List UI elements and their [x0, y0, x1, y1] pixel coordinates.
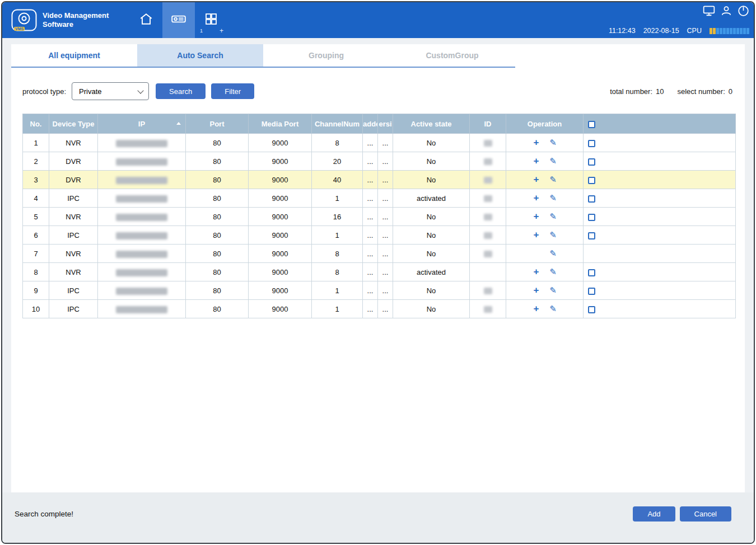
cell-operation: +✎	[506, 300, 584, 318]
ip-blurred-value	[116, 158, 167, 166]
row-checkbox[interactable]	[588, 269, 595, 276]
edit-device-icon[interactable]: ✎	[545, 156, 562, 166]
tab-grouping[interactable]: Grouping	[263, 44, 389, 68]
col-header-id: ID	[470, 114, 506, 134]
cell-ip	[98, 171, 186, 189]
cell-operation: +✎	[506, 226, 584, 245]
ip-blurred-value	[116, 288, 167, 295]
cell-ip	[98, 189, 186, 208]
cell-id	[470, 263, 506, 281]
cell-operation: +✎	[506, 208, 584, 226]
edit-device-icon[interactable]: ✎	[545, 193, 562, 203]
id-blurred-value	[484, 214, 492, 220]
add-device-icon[interactable]: +	[528, 192, 545, 204]
add-device-icon[interactable]: +	[528, 266, 545, 278]
cell-device-type: NVR	[49, 208, 98, 226]
cell-active-state: No	[393, 226, 470, 245]
col-header-port: Port	[186, 114, 249, 134]
cell-no: 8	[23, 263, 49, 281]
protocol-select[interactable]: Private	[72, 82, 149, 100]
table-row[interactable]: 2DVR80900020......No+✎	[23, 152, 736, 171]
cell-no: 5	[23, 208, 49, 226]
edit-device-icon[interactable]: ✎	[545, 138, 562, 148]
cell-media-port: 9000	[249, 171, 312, 189]
power-icon[interactable]	[738, 5, 749, 19]
table-row[interactable]: 9IPC8090001......No+✎	[23, 281, 736, 300]
logo-badge: VMS	[14, 27, 25, 31]
display-icon[interactable]	[703, 5, 715, 19]
edit-device-icon[interactable]: ✎	[545, 267, 562, 277]
table-row[interactable]: 5NVR80900016......No+✎	[23, 208, 736, 226]
add-device-icon[interactable]: +	[528, 303, 545, 314]
cell-device-type: DVR	[49, 152, 98, 171]
edit-device-icon[interactable]: ✎	[545, 248, 562, 259]
tab-auto-search[interactable]: Auto Search	[137, 44, 263, 68]
col-header-address: adders	[363, 114, 378, 134]
cell-active-state: activated	[393, 189, 470, 208]
filter-button[interactable]: Filter	[211, 83, 254, 99]
add-device-icon[interactable]: +	[528, 211, 545, 222]
device-table-body: 1NVR8090008......No+✎2DVR80900020......N…	[23, 134, 736, 318]
col-header-media-port: Media Port	[249, 114, 312, 134]
search-button[interactable]: Search	[156, 83, 206, 99]
cell-address: ...	[363, 245, 378, 263]
edit-device-icon[interactable]: ✎	[545, 285, 562, 295]
add-view-icon[interactable]: +	[220, 27, 223, 35]
cell-no: 3	[23, 171, 49, 189]
select-all-checkbox[interactable]	[588, 121, 595, 128]
add-button[interactable]: Add	[633, 506, 675, 521]
row-checkbox[interactable]	[588, 158, 595, 166]
cpu-segment	[726, 28, 729, 34]
cpu-segment	[716, 28, 719, 34]
ip-blurred-value	[116, 251, 167, 258]
col-header-channel-num: ChannelNum	[312, 114, 363, 134]
col-header-operation: Operation	[506, 114, 584, 134]
home-icon	[139, 12, 153, 29]
user-icon[interactable]	[721, 5, 732, 19]
add-device-icon[interactable]: +	[528, 285, 545, 296]
row-checkbox[interactable]	[588, 177, 595, 184]
cancel-button[interactable]: Cancel	[680, 506, 731, 521]
table-row[interactable]: 7NVR8090008......No✎	[23, 245, 736, 263]
add-device-icon[interactable]: +	[528, 174, 545, 185]
table-row[interactable]: 3DVR80900040......No+✎	[23, 171, 736, 189]
cell-active-state: No	[393, 152, 470, 171]
ip-blurred-value	[116, 232, 167, 239]
row-checkbox[interactable]	[588, 214, 595, 221]
row-checkbox[interactable]	[588, 232, 595, 239]
cell-address: ...	[363, 171, 378, 189]
table-row[interactable]: 6IPC8090001......No+✎	[23, 226, 736, 245]
row-checkbox[interactable]	[588, 195, 595, 203]
id-blurred-value	[484, 251, 492, 257]
nav-live-view[interactable]: 1 +	[195, 2, 227, 38]
table-row[interactable]: 1NVR8090008......No+✎	[23, 134, 736, 152]
add-device-icon[interactable]: +	[528, 137, 545, 148]
table-row[interactable]: 4IPC8090001......activated+✎	[23, 189, 736, 208]
cell-media-port: 9000	[249, 245, 312, 263]
cell-id	[470, 171, 506, 189]
row-checkbox[interactable]	[588, 140, 595, 147]
edit-device-icon[interactable]: ✎	[545, 304, 562, 314]
tab-custom-group[interactable]: CustomGroup	[389, 44, 515, 68]
cell-media-port: 9000	[249, 300, 312, 318]
row-checkbox[interactable]	[588, 288, 595, 295]
add-device-icon[interactable]: +	[528, 156, 545, 167]
cell-media-port: 9000	[249, 208, 312, 226]
col-header-ip[interactable]: IP	[98, 114, 186, 134]
cell-channel-num: 40	[312, 171, 363, 189]
edit-device-icon[interactable]: ✎	[545, 175, 562, 185]
table-row[interactable]: 10IPC8090001......No+✎	[23, 300, 736, 318]
cpu-segment	[746, 28, 749, 34]
cell-select	[584, 134, 736, 152]
edit-device-icon[interactable]: ✎	[545, 230, 562, 240]
cell-channel-num: 16	[312, 208, 363, 226]
cell-version: ...	[378, 263, 393, 281]
row-checkbox[interactable]	[588, 306, 595, 313]
tab-all-equipment[interactable]: All equipment	[11, 44, 137, 68]
cell-device-type: IPC	[49, 281, 98, 300]
nav-home[interactable]	[130, 2, 162, 38]
edit-device-icon[interactable]: ✎	[545, 212, 562, 222]
nav-device-management[interactable]	[162, 2, 195, 38]
table-row[interactable]: 8NVR8090008......activated+✎	[23, 263, 736, 281]
add-device-icon[interactable]: +	[528, 229, 545, 241]
